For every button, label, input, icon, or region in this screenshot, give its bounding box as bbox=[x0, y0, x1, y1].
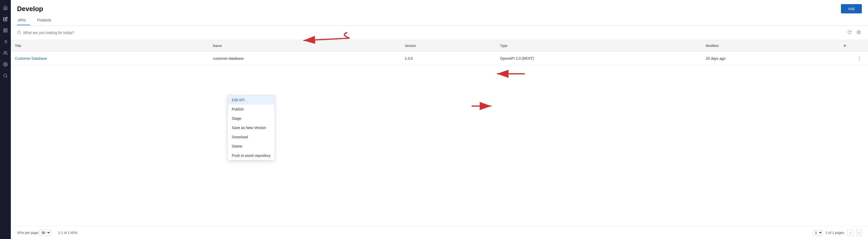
settings-button[interactable] bbox=[856, 29, 862, 36]
api-title-link[interactable]: Customer Database bbox=[15, 57, 47, 61]
sidebar-icon-grid[interactable] bbox=[1, 26, 10, 35]
svg-point-12 bbox=[4, 74, 7, 77]
cell-title: Customer Database bbox=[11, 52, 209, 66]
more-options-button[interactable]: ⋮ bbox=[855, 55, 864, 62]
page-select: 1 bbox=[813, 230, 823, 236]
col-title: Title bbox=[11, 40, 209, 52]
page-title: Develop bbox=[17, 5, 43, 13]
add-button[interactable]: Add bbox=[841, 4, 862, 13]
context-menu-stage[interactable]: Stage bbox=[228, 114, 275, 123]
search-input-wrapper bbox=[17, 30, 846, 35]
context-menu-delete[interactable]: Delete bbox=[228, 142, 275, 151]
sidebar-icon-list[interactable] bbox=[1, 37, 10, 46]
table-header-row: Title Name Version Type Modified bbox=[11, 40, 868, 52]
context-menu-download[interactable]: Download bbox=[228, 132, 275, 142]
per-page-select: APIs per page 50 25 10 bbox=[17, 230, 51, 236]
range-label: 1-1 of 1 APIs bbox=[58, 231, 77, 235]
total-pages-label: 1 of 1 pages bbox=[826, 231, 844, 235]
table-wrapper: Title Name Version Type Modified bbox=[11, 40, 868, 226]
prev-page-button[interactable]: ‹ bbox=[847, 230, 853, 236]
apis-table: Title Name Version Type Modified bbox=[11, 40, 868, 66]
cell-more: ⋮ bbox=[851, 52, 868, 66]
pagination-bar: APIs per page 50 25 10 1-1 of 1 APIs 1 1… bbox=[11, 226, 868, 239]
sidebar-icon-home[interactable] bbox=[1, 3, 10, 12]
tabs-bar: APIs Products bbox=[11, 15, 868, 26]
main-content: Develop Add APIs Products bbox=[11, 0, 868, 239]
svg-rect-1 bbox=[6, 29, 7, 30]
svg-line-15 bbox=[20, 33, 21, 34]
search-input[interactable] bbox=[23, 31, 846, 35]
refresh-button[interactable] bbox=[846, 29, 852, 36]
context-menu-publish[interactable]: Publish bbox=[228, 105, 275, 114]
content-area: Title Name Version Type Modified bbox=[11, 26, 868, 239]
svg-rect-3 bbox=[4, 31, 5, 32]
col-actions bbox=[851, 40, 868, 52]
col-type: Type bbox=[496, 40, 702, 52]
cell-name: customer-database bbox=[209, 52, 401, 66]
col-name: Name bbox=[209, 40, 401, 52]
svg-rect-0 bbox=[4, 29, 5, 30]
tab-apis[interactable]: APIs bbox=[17, 15, 30, 25]
context-menu-edit-api[interactable]: Edit API bbox=[228, 95, 275, 105]
page-dropdown[interactable]: 1 bbox=[813, 230, 823, 236]
svg-point-16 bbox=[858, 32, 859, 33]
cell-modified: 20 days ago bbox=[702, 52, 839, 66]
svg-point-11 bbox=[5, 64, 6, 65]
per-page-label: APIs per page bbox=[17, 231, 38, 235]
context-menu-push-asset[interactable]: Push to asset repository bbox=[228, 151, 275, 160]
header: Develop Add bbox=[11, 0, 868, 13]
context-menu: Edit API Publish Stage Save as New Versi… bbox=[227, 95, 275, 161]
search-bar bbox=[11, 26, 868, 40]
search-icon bbox=[17, 30, 21, 35]
svg-point-14 bbox=[18, 31, 20, 34]
sidebar-icon-search[interactable] bbox=[1, 71, 10, 80]
svg-line-13 bbox=[6, 76, 7, 77]
col-modified: Modified bbox=[702, 40, 839, 52]
svg-rect-2 bbox=[6, 31, 7, 32]
per-page-dropdown[interactable]: 50 25 10 bbox=[39, 230, 51, 236]
table-row: Customer Database customer-database 1.0.… bbox=[11, 52, 868, 66]
next-page-button[interactable]: › bbox=[856, 230, 862, 236]
cell-download-icon bbox=[839, 52, 851, 66]
svg-point-10 bbox=[4, 51, 6, 53]
cell-version: 1.0.0 bbox=[401, 52, 496, 66]
sidebar bbox=[0, 0, 11, 239]
context-menu-save-new-version[interactable]: Save as New Version bbox=[228, 123, 275, 132]
col-version: Version bbox=[401, 40, 496, 52]
sidebar-icon-users[interactable] bbox=[1, 48, 10, 58]
tab-products[interactable]: Products bbox=[36, 15, 56, 25]
search-actions bbox=[846, 29, 862, 36]
cell-type: OpenAPI 2.0 (REST) bbox=[496, 52, 702, 66]
sidebar-icon-settings[interactable] bbox=[1, 60, 10, 69]
sidebar-icon-edit[interactable] bbox=[1, 14, 10, 24]
pagination-info: 1 1 of 1 pages ‹ › bbox=[813, 230, 862, 236]
col-download[interactable] bbox=[839, 40, 851, 52]
